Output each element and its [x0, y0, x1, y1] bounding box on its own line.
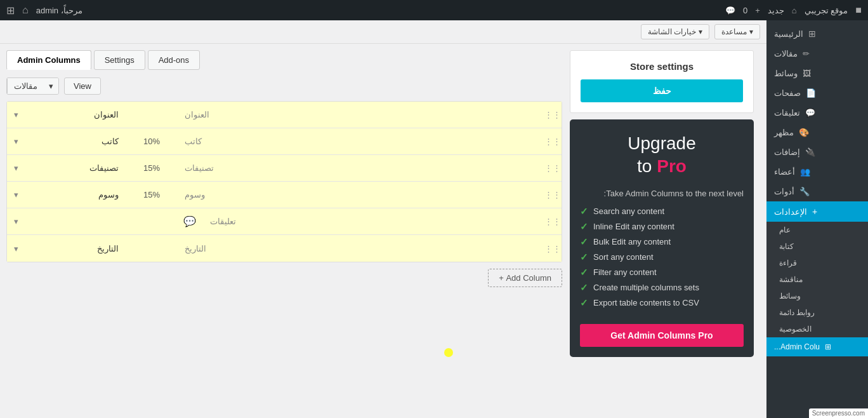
home-icon: ⊞	[808, 29, 816, 39]
column-name-categories: تصنيفات	[25, 163, 126, 173]
feature-search: Search any content ✓	[580, 206, 744, 217]
sidebar-label-tools: أدوات	[774, 187, 794, 196]
submenu-writing[interactable]: كتابة	[766, 238, 868, 255]
column-row-tags: ⋮⋮ وسوم 15% وسوم ▾	[7, 182, 562, 208]
column-label-author-left: كاتب	[177, 137, 291, 146]
help-button[interactable]: ▾ مساعدة	[714, 24, 760, 39]
sidebar-label-admin-col: Admin Colu...	[774, 342, 820, 351]
sidebar-item-admin-columns[interactable]: ⊞ Admin Colu...	[766, 337, 868, 356]
column-type-label[interactable]: مقالات	[7, 78, 44, 94]
sidebar-item-pages[interactable]: 📄 صفحات	[766, 83, 868, 103]
submenu-reading[interactable]: قراءة	[766, 255, 868, 271]
upgrade-title-upgrade: Upgrade	[628, 133, 695, 153]
drag-handle-tags[interactable]: ⋮⋮	[544, 190, 562, 199]
column-expand-comments[interactable]: ▾	[7, 217, 25, 226]
column-expand-tags[interactable]: ▾	[7, 190, 25, 199]
column-width-categories: 15%	[126, 163, 177, 173]
sidebar-item-media[interactable]: 🖼 وسائط	[766, 64, 868, 83]
feature-bulk-edit: Bulk Edit any content ✓	[580, 236, 744, 248]
sidebar-item-appearance[interactable]: 🎨 مظهر	[766, 123, 868, 142]
submenu-privacy[interactable]: الخصوصية	[766, 321, 868, 337]
wp-logo[interactable]: ■	[855, 4, 862, 16]
media-icon: 🖼	[803, 69, 811, 78]
admin-col-icon: ⊞	[825, 342, 831, 351]
notif-count[interactable]: 0	[743, 6, 747, 15]
feature-bulk-text: Bulk Edit any content	[593, 237, 671, 246]
drag-handle-categories[interactable]: ⋮⋮	[544, 163, 562, 173]
sidebar-item-posts[interactable]: ✏ مقالات	[766, 44, 868, 64]
submenu-discussion[interactable]: مناقشة	[766, 271, 868, 288]
column-expand-author[interactable]: ▾	[7, 137, 25, 146]
submenu-general[interactable]: عام	[766, 222, 868, 238]
column-name-tags: وسوم	[25, 190, 126, 199]
sidebar-item-settings[interactable]: + الإعدادات	[766, 201, 868, 222]
upgrade-title: Upgrade to Pro	[580, 132, 744, 179]
home-site-icon[interactable]: ⌂	[22, 4, 29, 16]
get-pro-button[interactable]: Get Admin Columns Pro	[580, 324, 744, 347]
new-label[interactable]: جديد	[768, 6, 784, 15]
sidebar-item-tools[interactable]: 🔧 أدوات	[766, 182, 868, 201]
secondary-bar: ▾ مساعدة ▾ خيارات الشاشة	[0, 20, 766, 44]
feature-filter-text: Filter any content	[593, 267, 657, 277]
column-label-tags-left: وسوم	[177, 190, 291, 199]
column-label-date-left: التاريخ	[177, 244, 291, 253]
sidebar-item-home[interactable]: ⊞ الرئيسية	[766, 24, 868, 44]
sidebar-item-users[interactable]: 👥 أعضاء	[766, 162, 868, 182]
upgrade-subtitle: Take Admin Columns to the next level:	[580, 189, 744, 198]
pages-icon: 📄	[806, 88, 816, 98]
sidebar-label-posts: مقالات	[774, 49, 798, 58]
submenu-permalinks[interactable]: روابط دائمة	[766, 304, 868, 321]
check-icon-sets: ✓	[580, 282, 588, 293]
drag-handle-comments[interactable]: ⋮⋮	[544, 217, 562, 226]
check-icon-csv: ✓	[580, 297, 588, 309]
comment-icon[interactable]: 💬	[725, 6, 735, 15]
column-label-comments-left: تعليقات	[202, 217, 317, 226]
check-icon-sort: ✓	[580, 252, 588, 263]
add-column-button[interactable]: Add Column +	[488, 269, 562, 287]
tab-addons[interactable]: Add-ons	[148, 50, 200, 70]
sidebar-label-home: الرئيسية	[774, 29, 803, 39]
screen-options-button[interactable]: ▾ خيارات الشاشة	[641, 24, 709, 39]
add-new-icon[interactable]: +	[755, 6, 760, 15]
column-expand-date[interactable]: ▾	[7, 244, 25, 253]
sidebar-label-pages: صفحات	[774, 88, 801, 98]
submenu-media[interactable]: وسائط	[766, 288, 868, 304]
column-name-author: كاتب	[25, 137, 126, 146]
feature-sort: Sort any content ✓	[580, 252, 744, 263]
feature-columns-sets: Create multiple columns sets ✓	[580, 282, 744, 293]
screen-options-label: خيارات الشاشة	[648, 27, 696, 36]
upgrade-title-pro: Pro	[657, 156, 687, 176]
column-expand-categories[interactable]: ▾	[7, 163, 25, 173]
columns-table: ⋮⋮ العنوان العنوان ▾ ⋮⋮ كاتب 10% كاتب	[6, 101, 562, 262]
tab-bar: Admin Columns Settings Add-ons	[6, 50, 562, 70]
column-name-date: التاريخ	[25, 244, 126, 253]
sidebar-label-plugins: إضافات	[774, 147, 800, 157]
posts-icon: ✏	[803, 49, 810, 58]
settings-icon: +	[812, 206, 817, 217]
sidebar-item-plugins[interactable]: 🔌 إضافات	[766, 142, 868, 162]
view-button[interactable]: View	[64, 78, 101, 95]
drag-handle-date[interactable]: ⋮⋮	[544, 244, 562, 253]
sidebar: ⊞ الرئيسية ✏ مقالات 🖼 وسائط 📄 صفحات 💬 تع…	[766, 20, 868, 418]
home-icon[interactable]: ⌂	[792, 6, 797, 15]
upgrade-title-to: to	[637, 156, 652, 176]
site-name[interactable]: موقع تجريبي	[805, 6, 848, 15]
username[interactable]: مرحباً، admin	[36, 6, 82, 15]
main-layout: ⊞ الرئيسية ✏ مقالات 🖼 وسائط 📄 صفحات 💬 تع…	[0, 20, 868, 418]
tab-settings[interactable]: Settings	[94, 50, 145, 70]
sidebar-item-comments[interactable]: 💬 تعليقات	[766, 103, 868, 123]
wp-icon[interactable]: ⊞	[6, 4, 15, 17]
settings-submenu: عام كتابة قراءة مناقشة وسائط روابط دائمة…	[766, 222, 868, 337]
tab-admin-columns[interactable]: Admin Columns	[6, 50, 91, 70]
comments-col-icon: 💬	[177, 215, 202, 227]
sidebar-label-settings: الإعدادات	[774, 207, 807, 217]
admin-bar-right: مرحباً، admin ⌂ ⊞	[6, 4, 82, 17]
check-icon-inline: ✓	[580, 221, 588, 233]
drag-handle-title[interactable]: ⋮⋮	[544, 110, 562, 119]
save-button[interactable]: حفظ	[581, 79, 743, 102]
drag-handle-author[interactable]: ⋮⋮	[544, 137, 562, 146]
column-row-comments: ⋮⋮ تعليقات 💬 ▾	[7, 208, 562, 235]
column-dropdown-arrow[interactable]: ▾	[44, 78, 58, 94]
column-expand-title[interactable]: ▾	[7, 110, 25, 119]
column-width-tags: 15%	[126, 190, 177, 199]
